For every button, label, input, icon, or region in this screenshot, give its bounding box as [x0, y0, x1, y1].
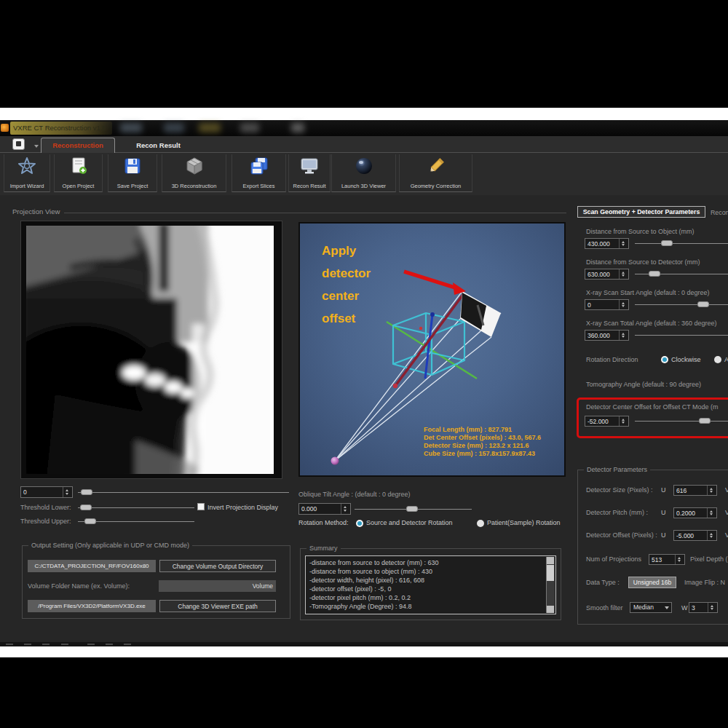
- spinner-arrows[interactable]: [707, 531, 716, 540]
- slider-track[interactable]: [635, 304, 728, 305]
- detector-center-offset-slider[interactable]: [635, 416, 728, 427]
- rotation-method-label: Rotation Method:: [298, 519, 349, 526]
- note-button[interactable]: [12, 138, 25, 150]
- scroll-up-arrow[interactable]: [547, 557, 554, 564]
- spinner-arrows[interactable]: [63, 487, 72, 497]
- change-3d-viewer-exe-button[interactable]: Change 3D Viewer EXE path: [159, 600, 276, 612]
- slider-track[interactable]: [635, 243, 728, 244]
- slider-handle[interactable]: [80, 505, 92, 510]
- slider-handle[interactable]: [406, 506, 418, 512]
- launch-3d-viewer-button[interactable]: Launch 3D Viewer: [331, 154, 396, 192]
- note-icon: [16, 141, 21, 146]
- spinner-arrows[interactable]: [707, 508, 716, 518]
- chevron-down-icon: [665, 606, 669, 609]
- spinner-arrows[interactable]: [619, 416, 628, 426]
- v-label: V: [725, 531, 728, 539]
- viewer-exe-path[interactable]: /Program Files/VX3D2/PlatformVX3D.exe: [28, 600, 156, 612]
- rotation-direction-clockwise-label: Clockwise: [671, 356, 701, 363]
- save-project-button[interactable]: Save Project: [108, 154, 157, 192]
- toolbar-label: 3D Reconstruction: [162, 183, 226, 189]
- slider-track[interactable]: [635, 335, 728, 336]
- invert-projection-checkbox[interactable]: [197, 503, 205, 510]
- pixel-depth-label: Pixel Depth (: [690, 555, 728, 563]
- w-spinner[interactable]: 3: [689, 602, 718, 613]
- slider-track[interactable]: [635, 421, 728, 422]
- smooth-filter-value: Median: [633, 604, 654, 611]
- slider-handle[interactable]: [81, 489, 92, 495]
- spinner-arrows[interactable]: [619, 269, 628, 279]
- distance-source-detector-slider[interactable]: [635, 269, 728, 280]
- export-slices-button[interactable]: Export Slices: [232, 154, 286, 192]
- summary-textarea[interactable]: -distance from source to detector (mm) :…: [305, 555, 556, 614]
- tab-reconstruction[interactable]: Reconstruction: [41, 138, 115, 153]
- slider-track[interactable]: [78, 507, 194, 508]
- detector-offset-u-spinner[interactable]: -5.000: [673, 530, 717, 541]
- toolbar-label: Launch 3D Viewer: [332, 183, 395, 189]
- scroll-thumb[interactable]: [547, 565, 554, 581]
- num-projections-spinner[interactable]: 513: [649, 554, 685, 565]
- projection-index-spinner[interactable]: 0: [20, 486, 73, 498]
- slider-track[interactable]: [78, 492, 289, 493]
- data-type-button[interactable]: Unsigned 16b: [628, 577, 676, 588]
- spinner-arrows[interactable]: [619, 239, 628, 248]
- oblique-tilt-spinner[interactable]: 0.000: [298, 503, 351, 515]
- tomography-angle-label: Tomography Angle (default : 90 degree): [586, 381, 701, 388]
- geometry-correction-button[interactable]: Geometry Correction: [399, 154, 472, 192]
- background-band-bottom: [0, 657, 728, 728]
- spinner-arrows[interactable]: [619, 300, 628, 309]
- distance-source-detector-spinner[interactable]: 630.000: [585, 269, 629, 280]
- output-directory-path[interactable]: C:/CTDATA_PROJECTION_RF/FOV160x80: [28, 560, 156, 572]
- distance-source-object-slider[interactable]: [635, 238, 728, 249]
- rotation-method-radio-source[interactable]: [356, 520, 363, 527]
- slider-handle[interactable]: [699, 418, 711, 424]
- open-project-button[interactable]: Open Project: [54, 154, 103, 192]
- volume-folder-name-input[interactable]: Volume: [159, 580, 276, 592]
- projection-index-slider[interactable]: [78, 487, 289, 498]
- scan-start-angle-slider[interactable]: [635, 299, 728, 310]
- import-wizard-button[interactable]: Import Wizard: [4, 154, 50, 192]
- value: 0: [585, 300, 619, 309]
- threshold-lower-slider[interactable]: [78, 502, 194, 513]
- scan-start-angle-spinner[interactable]: 0: [585, 299, 629, 310]
- spinner-arrows[interactable]: [619, 331, 628, 340]
- projection-image-frame: [20, 221, 282, 479]
- toolbar-label: Import Wizard: [4, 183, 50, 189]
- slider-handle[interactable]: [697, 301, 709, 307]
- spinner-arrows[interactable]: [675, 555, 684, 564]
- tab-recon[interactable]: Recon: [711, 209, 728, 216]
- summary-text: -distance from source to detector (mm) :…: [309, 558, 545, 611]
- slider-handle[interactable]: [661, 240, 673, 246]
- summary-group: Summary -distance from source to detecto…: [300, 548, 561, 620]
- spinner-arrows[interactable]: [341, 504, 350, 514]
- slider-handle[interactable]: [649, 271, 660, 277]
- smooth-filter-dropdown[interactable]: Median: [630, 602, 672, 613]
- scroll-down-arrow[interactable]: [547, 606, 554, 613]
- scan-total-angle-spinner[interactable]: 360.000: [585, 330, 629, 341]
- chevron-down-icon[interactable]: [34, 145, 39, 148]
- recon-result-button[interactable]: Recon Result: [288, 154, 331, 192]
- detector-center-offset-spinner[interactable]: -52.000: [585, 416, 629, 427]
- threshold-upper-slider[interactable]: [78, 516, 194, 527]
- rotation-method-radio-patient[interactable]: [477, 520, 484, 527]
- tab-scan-geometry[interactable]: Scan Geometry + Detector Parameters: [577, 206, 705, 218]
- rotation-direction-anticlockwise-label: A: [724, 356, 728, 363]
- oblique-tilt-slider[interactable]: [355, 504, 472, 515]
- app-window: VXRE CT Reconstruction v1.5 Reconstructi…: [0, 120, 728, 646]
- detector-size-u-spinner[interactable]: 616: [673, 485, 717, 496]
- spinner-arrows[interactable]: [707, 486, 716, 495]
- detector-pitch-u-spinner[interactable]: 0.2000: [673, 507, 717, 518]
- summary-scrollbar[interactable]: [546, 557, 555, 613]
- tab-bar: Reconstruction Recon Result: [0, 136, 728, 153]
- tab-recon-result[interactable]: Recon Result: [116, 138, 200, 153]
- distance-source-object-spinner[interactable]: 430.000: [585, 238, 629, 249]
- value: -5.000: [674, 531, 707, 540]
- field-label: Distance from Source to Object (mm): [586, 228, 695, 235]
- rotation-direction-clockwise-radio[interactable]: [661, 356, 668, 363]
- change-volume-output-directory-button[interactable]: Change Volume Output Directory: [159, 560, 276, 572]
- spinner-arrows[interactable]: [708, 603, 717, 612]
- slider-handle[interactable]: [84, 518, 96, 524]
- recon-3d-button[interactable]: 3D Reconstruction: [162, 154, 226, 192]
- rotation-direction-anticlockwise-radio[interactable]: [714, 356, 721, 363]
- scan-total-angle-slider[interactable]: [635, 330, 728, 341]
- image-flip-label: Image Flip : N: [684, 579, 725, 586]
